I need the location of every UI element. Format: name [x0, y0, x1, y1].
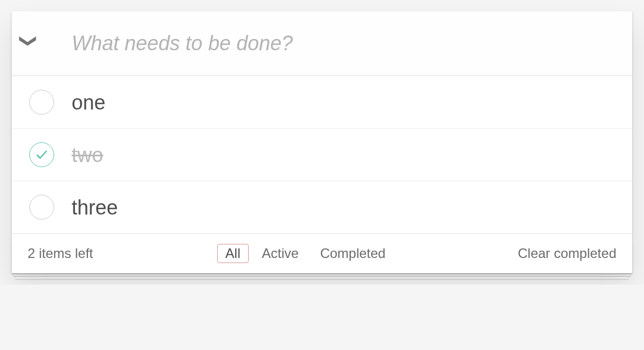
toggle-checkbox[interactable]	[29, 195, 54, 220]
filter-all[interactable]: All	[217, 244, 249, 263]
main: one two three	[12, 76, 632, 233]
todo-label[interactable]: one	[72, 90, 619, 115]
toggle-checkbox[interactable]	[29, 90, 54, 115]
toggle-checkbox[interactable]	[29, 142, 54, 167]
footer: 2 items left All Active Completed Clear …	[12, 233, 632, 273]
check-icon	[35, 148, 48, 161]
todo-label[interactable]: two	[72, 143, 619, 167]
filter-completed[interactable]: Completed	[312, 244, 394, 263]
todo-app: one two three 2 items left	[12, 11, 632, 273]
todo-item: one	[12, 76, 632, 129]
clear-completed-button[interactable]: Clear completed	[518, 246, 616, 261]
todo-item: two	[12, 129, 632, 181]
filters: All Active Completed	[217, 244, 394, 263]
filter-active[interactable]: Active	[253, 244, 307, 263]
todo-label[interactable]: three	[72, 195, 619, 220]
toggle-all-icon[interactable]	[13, 24, 45, 58]
header	[12, 11, 632, 76]
todo-list: one two three	[12, 76, 632, 233]
todo-item: three	[12, 181, 632, 233]
new-todo-input[interactable]	[12, 11, 632, 76]
todo-count: 2 items left	[28, 248, 93, 259]
